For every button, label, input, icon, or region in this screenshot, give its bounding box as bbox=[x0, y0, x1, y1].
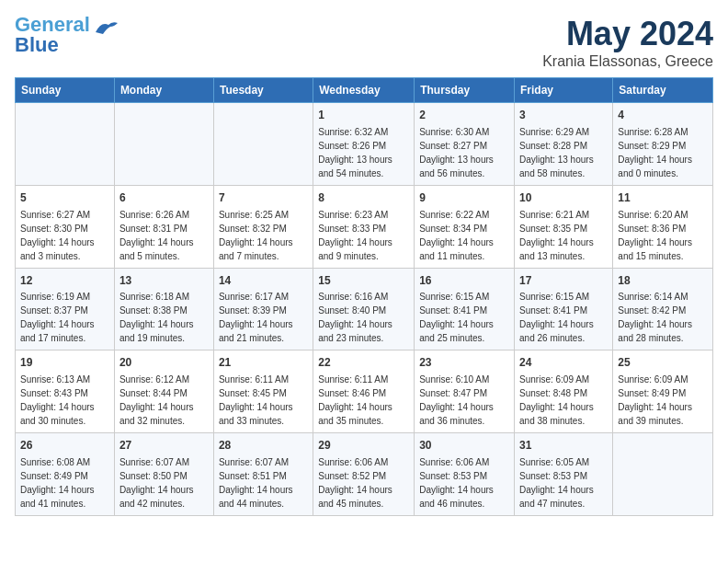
day-cell: 25Sunrise: 6:09 AMSunset: 8:49 PMDayligh… bbox=[613, 350, 713, 433]
day-info: Sunrise: 6:07 AMSunset: 8:50 PMDaylight:… bbox=[119, 457, 194, 509]
day-cell: 29Sunrise: 6:06 AMSunset: 8:52 PMDayligh… bbox=[313, 433, 415, 516]
day-info: Sunrise: 6:10 AMSunset: 8:47 PMDaylight:… bbox=[419, 374, 494, 426]
day-cell: 14Sunrise: 6:17 AMSunset: 8:39 PMDayligh… bbox=[213, 268, 313, 350]
day-info: Sunrise: 6:23 AMSunset: 8:33 PMDaylight:… bbox=[318, 210, 392, 261]
day-info: Sunrise: 6:27 AMSunset: 8:30 PMDaylight:… bbox=[20, 210, 95, 261]
day-cell: 15Sunrise: 6:16 AMSunset: 8:40 PMDayligh… bbox=[313, 268, 415, 350]
day-number: 20 bbox=[119, 355, 209, 371]
day-cell: 9Sunrise: 6:22 AMSunset: 8:34 PMDaylight… bbox=[415, 185, 515, 268]
day-cell: 2Sunrise: 6:30 AMSunset: 8:27 PMDaylight… bbox=[415, 103, 515, 186]
day-info: Sunrise: 6:14 AMSunset: 8:42 PMDaylight:… bbox=[618, 292, 692, 343]
day-info: Sunrise: 6:08 AMSunset: 8:49 PMDaylight:… bbox=[20, 457, 95, 509]
day-number: 23 bbox=[419, 355, 509, 371]
day-cell: 28Sunrise: 6:07 AMSunset: 8:51 PMDayligh… bbox=[213, 433, 313, 516]
day-cell: 30Sunrise: 6:06 AMSunset: 8:53 PMDayligh… bbox=[415, 433, 515, 516]
day-cell: 5Sunrise: 6:27 AMSunset: 8:30 PMDaylight… bbox=[16, 185, 115, 268]
week-row-1: 5Sunrise: 6:27 AMSunset: 8:30 PMDaylight… bbox=[16, 185, 713, 268]
day-info: Sunrise: 6:11 AMSunset: 8:45 PMDaylight:… bbox=[219, 374, 293, 426]
day-info: Sunrise: 6:11 AMSunset: 8:46 PMDaylight:… bbox=[318, 374, 392, 426]
day-cell: 8Sunrise: 6:23 AMSunset: 8:33 PMDaylight… bbox=[313, 185, 415, 268]
page-header: General Blue May 2024 Krania Elassonas, … bbox=[15, 15, 713, 70]
calendar-body: 1Sunrise: 6:32 AMSunset: 8:26 PMDaylight… bbox=[16, 103, 713, 516]
header-saturday: Saturday bbox=[613, 78, 713, 103]
day-cell: 20Sunrise: 6:12 AMSunset: 8:44 PMDayligh… bbox=[114, 350, 213, 433]
week-row-0: 1Sunrise: 6:32 AMSunset: 8:26 PMDaylight… bbox=[16, 103, 713, 186]
day-info: Sunrise: 6:32 AMSunset: 8:26 PMDaylight:… bbox=[318, 127, 392, 178]
day-number: 3 bbox=[519, 108, 608, 123]
header-monday: Monday bbox=[114, 78, 213, 103]
day-info: Sunrise: 6:09 AMSunset: 8:49 PMDaylight:… bbox=[618, 374, 692, 426]
day-cell bbox=[213, 103, 313, 186]
calendar-header: SundayMondayTuesdayWednesdayThursdayFrid… bbox=[16, 78, 713, 103]
week-row-3: 19Sunrise: 6:13 AMSunset: 8:43 PMDayligh… bbox=[16, 350, 713, 433]
main-title: May 2024 bbox=[542, 15, 713, 53]
day-info: Sunrise: 6:25 AMSunset: 8:32 PMDaylight:… bbox=[219, 210, 293, 261]
day-number: 1 bbox=[318, 108, 409, 123]
day-number: 2 bbox=[419, 108, 509, 123]
day-cell: 17Sunrise: 6:15 AMSunset: 8:41 PMDayligh… bbox=[515, 268, 613, 350]
day-cell: 3Sunrise: 6:29 AMSunset: 8:28 PMDaylight… bbox=[515, 103, 613, 186]
day-number: 8 bbox=[318, 190, 409, 206]
day-info: Sunrise: 6:19 AMSunset: 8:37 PMDaylight:… bbox=[20, 292, 95, 343]
header-row: SundayMondayTuesdayWednesdayThursdayFrid… bbox=[16, 78, 713, 103]
day-cell: 21Sunrise: 6:11 AMSunset: 8:45 PMDayligh… bbox=[213, 350, 313, 433]
title-block: May 2024 Krania Elassonas, Greece bbox=[542, 15, 713, 70]
day-info: Sunrise: 6:28 AMSunset: 8:29 PMDaylight:… bbox=[618, 127, 692, 178]
day-cell: 13Sunrise: 6:18 AMSunset: 8:38 PMDayligh… bbox=[114, 268, 213, 350]
logo-text: General Blue bbox=[15, 15, 90, 55]
day-number: 17 bbox=[519, 273, 608, 289]
day-cell: 12Sunrise: 6:19 AMSunset: 8:37 PMDayligh… bbox=[16, 268, 115, 350]
day-cell bbox=[114, 103, 213, 186]
header-friday: Friday bbox=[515, 78, 613, 103]
day-info: Sunrise: 6:21 AMSunset: 8:35 PMDaylight:… bbox=[519, 210, 594, 261]
day-number: 29 bbox=[318, 438, 409, 454]
day-cell: 26Sunrise: 6:08 AMSunset: 8:49 PMDayligh… bbox=[16, 433, 115, 516]
day-cell: 24Sunrise: 6:09 AMSunset: 8:48 PMDayligh… bbox=[515, 350, 613, 433]
day-number: 5 bbox=[20, 190, 109, 206]
day-cell bbox=[613, 433, 713, 516]
day-cell: 31Sunrise: 6:05 AMSunset: 8:53 PMDayligh… bbox=[515, 433, 613, 516]
day-number: 18 bbox=[618, 273, 708, 289]
day-info: Sunrise: 6:30 AMSunset: 8:27 PMDaylight:… bbox=[419, 127, 494, 178]
subtitle: Krania Elassonas, Greece bbox=[542, 53, 713, 70]
day-number: 14 bbox=[219, 273, 308, 289]
header-thursday: Thursday bbox=[415, 78, 515, 103]
day-number: 6 bbox=[119, 190, 209, 206]
header-wednesday: Wednesday bbox=[313, 78, 415, 103]
day-number: 19 bbox=[20, 355, 109, 371]
day-number: 25 bbox=[618, 355, 708, 371]
day-cell: 7Sunrise: 6:25 AMSunset: 8:32 PMDaylight… bbox=[213, 185, 313, 268]
day-number: 9 bbox=[419, 190, 509, 206]
day-info: Sunrise: 6:26 AMSunset: 8:31 PMDaylight:… bbox=[119, 210, 194, 261]
day-info: Sunrise: 6:07 AMSunset: 8:51 PMDaylight:… bbox=[219, 457, 293, 509]
header-sunday: Sunday bbox=[16, 78, 115, 103]
day-info: Sunrise: 6:17 AMSunset: 8:39 PMDaylight:… bbox=[219, 292, 293, 343]
day-number: 11 bbox=[618, 190, 708, 206]
day-number: 21 bbox=[219, 355, 308, 371]
day-cell: 16Sunrise: 6:15 AMSunset: 8:41 PMDayligh… bbox=[415, 268, 515, 350]
day-cell: 1Sunrise: 6:32 AMSunset: 8:26 PMDaylight… bbox=[313, 103, 415, 186]
header-tuesday: Tuesday bbox=[213, 78, 313, 103]
day-info: Sunrise: 6:29 AMSunset: 8:28 PMDaylight:… bbox=[519, 127, 594, 178]
day-number: 15 bbox=[318, 273, 409, 289]
day-cell: 10Sunrise: 6:21 AMSunset: 8:35 PMDayligh… bbox=[515, 185, 613, 268]
day-info: Sunrise: 6:06 AMSunset: 8:52 PMDaylight:… bbox=[318, 457, 392, 509]
day-cell: 18Sunrise: 6:14 AMSunset: 8:42 PMDayligh… bbox=[613, 268, 713, 350]
day-number: 26 bbox=[20, 438, 109, 454]
day-number: 12 bbox=[20, 273, 109, 289]
day-info: Sunrise: 6:13 AMSunset: 8:43 PMDaylight:… bbox=[20, 374, 95, 426]
day-number: 16 bbox=[419, 273, 509, 289]
day-info: Sunrise: 6:18 AMSunset: 8:38 PMDaylight:… bbox=[119, 292, 194, 343]
day-number: 31 bbox=[519, 438, 608, 454]
day-cell: 11Sunrise: 6:20 AMSunset: 8:36 PMDayligh… bbox=[613, 185, 713, 268]
day-number: 13 bbox=[119, 273, 209, 289]
day-cell: 23Sunrise: 6:10 AMSunset: 8:47 PMDayligh… bbox=[415, 350, 515, 433]
day-cell: 4Sunrise: 6:28 AMSunset: 8:29 PMDaylight… bbox=[613, 103, 713, 186]
day-number: 22 bbox=[318, 355, 409, 371]
day-cell: 19Sunrise: 6:13 AMSunset: 8:43 PMDayligh… bbox=[16, 350, 115, 433]
day-cell: 22Sunrise: 6:11 AMSunset: 8:46 PMDayligh… bbox=[313, 350, 415, 433]
calendar-table: SundayMondayTuesdayWednesdayThursdayFrid… bbox=[15, 77, 713, 516]
day-number: 24 bbox=[519, 355, 608, 371]
day-number: 10 bbox=[519, 190, 608, 206]
day-number: 28 bbox=[219, 438, 308, 454]
